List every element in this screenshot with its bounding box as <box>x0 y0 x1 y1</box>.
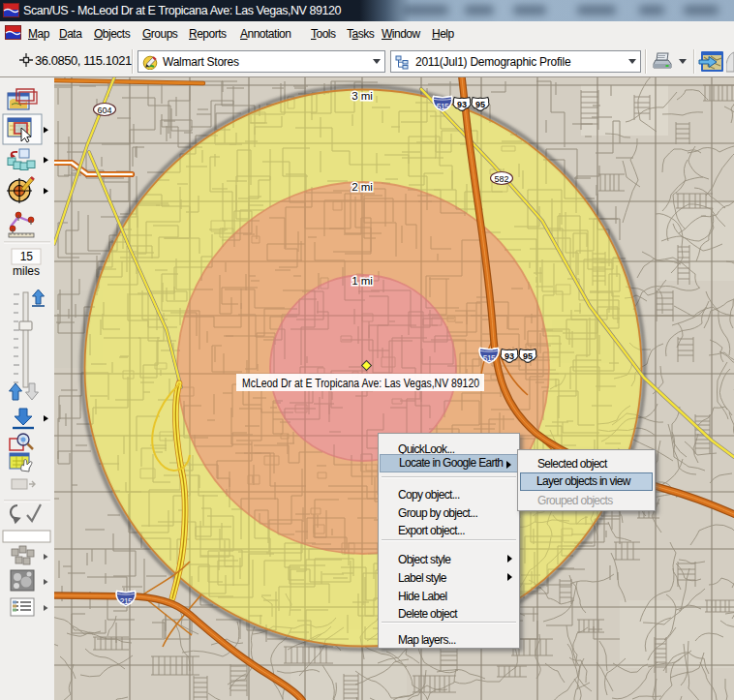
svg-text:1 mi: 1 mi <box>352 275 373 287</box>
svg-text:15: 15 <box>20 250 34 263</box>
svg-text:93: 93 <box>505 351 514 361</box>
svg-text:515: 515 <box>483 353 496 363</box>
svg-text:McLeod Dr at E Tropicana Ave:: McLeod Dr at E Tropicana Ave: Las Vegas,… <box>242 377 479 390</box>
svg-text:95: 95 <box>475 100 485 109</box>
svg-text:604: 604 <box>97 106 111 115</box>
svg-text:515: 515 <box>437 102 449 111</box>
svg-text:3 mi: 3 mi <box>352 90 373 102</box>
svg-text:582: 582 <box>494 174 508 184</box>
svg-text:95: 95 <box>523 351 533 361</box>
svg-text:2 mi: 2 mi <box>352 181 373 193</box>
svg-text:215: 215 <box>120 596 133 606</box>
svg-text:miles: miles <box>13 264 40 278</box>
svg-text:93: 93 <box>457 100 467 109</box>
